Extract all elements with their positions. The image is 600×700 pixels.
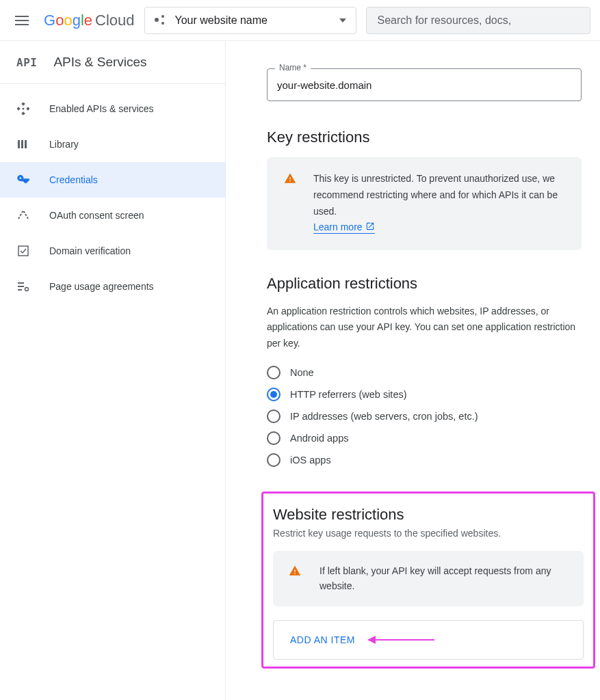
radio-ip-addresses[interactable]: IP addresses (web servers, cron jobs, et… bbox=[267, 409, 579, 423]
menu-icon[interactable] bbox=[10, 10, 34, 31]
website-restrictions-heading: Website restrictions bbox=[273, 506, 584, 524]
project-selector[interactable]: Your website name bbox=[144, 7, 356, 34]
svg-rect-11 bbox=[18, 289, 22, 291]
enabled-apis-icon bbox=[16, 102, 30, 116]
app-restrictions-heading: Application restrictions bbox=[267, 275, 579, 293]
search-placeholder: Search for resources, docs, bbox=[378, 14, 512, 27]
name-field-wrap: Name * bbox=[267, 68, 579, 101]
learn-more-link[interactable]: Learn more bbox=[313, 221, 375, 234]
warning-text: This key is unrestricted. To prevent una… bbox=[313, 173, 558, 217]
nav-label: OAuth consent screen bbox=[49, 210, 144, 221]
svg-point-12 bbox=[25, 288, 29, 291]
svg-rect-5 bbox=[18, 140, 20, 148]
svg-rect-8 bbox=[18, 246, 28, 256]
nav-item-domain-verification[interactable]: Domain verification bbox=[0, 233, 225, 269]
radio-ios[interactable]: iOS apps bbox=[267, 453, 579, 467]
api-chip-icon: API bbox=[16, 56, 37, 69]
radio-none[interactable]: None bbox=[267, 366, 579, 379]
warning-icon bbox=[283, 172, 297, 185]
sidebar-header: API APIs & Services bbox=[0, 41, 225, 84]
nav-label: Page usage agreements bbox=[49, 281, 154, 292]
header: Google Cloud Your website name Search fo… bbox=[0, 0, 600, 41]
nav-item-enabled-apis[interactable]: Enabled APIs & services bbox=[0, 91, 225, 126]
nav-item-page-usage[interactable]: Page usage agreements bbox=[0, 269, 225, 304]
radio-label: Android apps bbox=[290, 433, 348, 444]
nav-label: Credentials bbox=[49, 174, 98, 185]
radio-icon bbox=[267, 366, 281, 379]
nav-item-library[interactable]: Library bbox=[0, 126, 225, 162]
nav-list: Enabled APIs & services Library Credenti… bbox=[0, 84, 225, 304]
radio-label: None bbox=[290, 367, 314, 378]
key-restrictions-warning: This key is unrestricted. To prevent una… bbox=[267, 157, 582, 250]
logo-cloud-text: Cloud bbox=[95, 12, 134, 29]
name-input[interactable] bbox=[267, 68, 582, 101]
key-restrictions-heading: Key restrictions bbox=[267, 129, 579, 146]
name-field-label: Name * bbox=[275, 63, 311, 72]
website-restrictions-highlight: Website restrictions Restrict key usage … bbox=[261, 492, 595, 669]
nav-item-credentials[interactable]: Credentials bbox=[0, 162, 225, 198]
oauth-icon bbox=[16, 208, 30, 222]
svg-rect-6 bbox=[21, 140, 23, 148]
project-icon bbox=[155, 15, 166, 26]
main-content: Name * Key restrictions This key is unre… bbox=[226, 41, 600, 700]
radio-icon bbox=[267, 453, 281, 467]
library-icon bbox=[16, 137, 30, 151]
radio-label: iOS apps bbox=[290, 455, 331, 466]
add-item-container: ADD AN ITEM bbox=[273, 620, 584, 660]
chevron-down-icon bbox=[339, 18, 346, 23]
website-restrictions-warning: If left blank, your API key will accept … bbox=[273, 551, 584, 606]
svg-rect-3 bbox=[21, 111, 25, 115]
app-restrictions-radio-group: None HTTP referrers (web sites) IP addre… bbox=[267, 366, 579, 467]
radio-label: HTTP referrers (web sites) bbox=[290, 389, 407, 400]
nav-label: Library bbox=[49, 139, 79, 150]
radio-label: IP addresses (web servers, cron jobs, et… bbox=[290, 411, 478, 422]
svg-point-4 bbox=[23, 108, 25, 110]
search-input[interactable]: Search for resources, docs, bbox=[366, 7, 591, 34]
radio-http-referrers[interactable]: HTTP referrers (web sites) bbox=[267, 388, 579, 401]
warning-icon bbox=[288, 565, 302, 577]
svg-rect-1 bbox=[17, 107, 21, 111]
radio-icon bbox=[267, 431, 281, 445]
svg-rect-7 bbox=[25, 140, 27, 148]
svg-rect-10 bbox=[18, 286, 24, 287]
radio-icon bbox=[267, 388, 281, 401]
annotation-arrow-icon bbox=[369, 639, 434, 641]
nav-item-oauth[interactable]: OAuth consent screen bbox=[0, 198, 225, 233]
agreements-icon bbox=[16, 280, 30, 293]
google-cloud-logo[interactable]: Google Cloud bbox=[44, 12, 135, 29]
app-restrictions-desc: An application restriction controls whic… bbox=[267, 304, 582, 352]
check-box-icon bbox=[16, 244, 30, 258]
nav-label: Domain verification bbox=[49, 245, 131, 256]
svg-rect-9 bbox=[18, 282, 24, 284]
sidebar-title: APIs & Services bbox=[53, 55, 146, 70]
radio-android[interactable]: Android apps bbox=[267, 431, 579, 445]
project-name: Your website name bbox=[175, 14, 268, 27]
add-item-button[interactable]: ADD AN ITEM bbox=[290, 634, 355, 645]
key-icon bbox=[16, 173, 30, 187]
nav-label: Enabled APIs & services bbox=[49, 103, 154, 114]
external-link-icon bbox=[365, 220, 375, 237]
svg-rect-0 bbox=[21, 103, 25, 106]
warning-text: If left blank, your API key will accept … bbox=[319, 563, 569, 594]
radio-icon bbox=[267, 409, 281, 423]
website-restrictions-sub: Restrict key usage requests to the speci… bbox=[273, 528, 584, 539]
svg-rect-2 bbox=[26, 107, 29, 111]
sidebar: API APIs & Services Enabled APIs & servi… bbox=[0, 41, 226, 700]
